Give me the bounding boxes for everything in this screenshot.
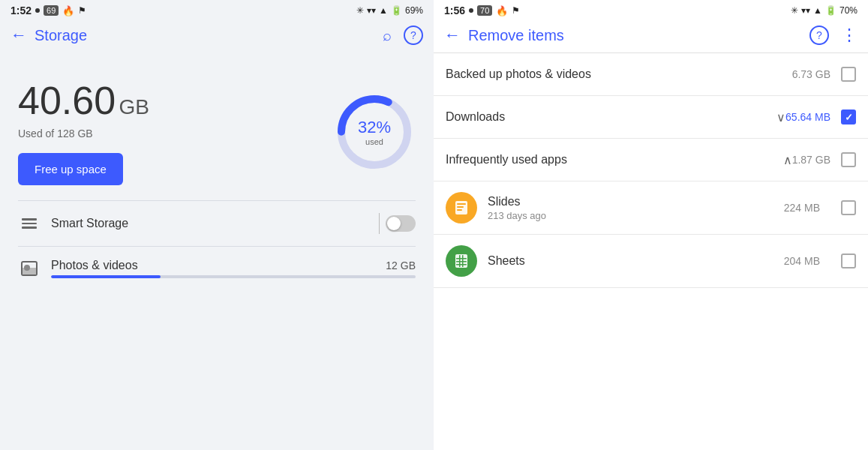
photos-progress: [51, 275, 416, 278]
infrequent-apps-checkbox[interactable]: [841, 152, 856, 167]
left-nav-icons: ⌕ ?: [383, 26, 423, 45]
right-flag-icon: ⚑: [512, 5, 520, 16]
downloads-size: 65.64 MB: [785, 111, 830, 123]
left-status-left: 1:52 69 🔥 ⚑: [11, 4, 86, 16]
photos-progress-fill: [51, 275, 161, 278]
right-flame-icon: 🔥: [496, 5, 508, 16]
right-panel: 1:56 70 🔥 ⚑ ✳ ▾▾ ▲ 🔋 70% ← Remove items …: [434, 0, 868, 450]
downloads-row: Downloads ∨ 65.64 MB: [434, 96, 868, 139]
storage-unit: GB: [119, 95, 149, 118]
photo-icon: [18, 260, 41, 278]
right-battery-icon: 🔋: [825, 5, 836, 16]
donut-used: used: [358, 137, 391, 146]
right-battery-pct: 70%: [839, 5, 857, 16]
donut-chart: 32% used: [333, 91, 416, 173]
smart-storage-toggle[interactable]: [386, 215, 416, 232]
svg-rect-7: [456, 258, 467, 260]
signal-icon: ▲: [379, 5, 388, 16]
left-badge1: 69: [44, 5, 59, 16]
slides-icon: [446, 192, 477, 224]
sheets-info: Sheets: [488, 254, 773, 268]
slides-sub: 213 days ago: [488, 210, 773, 221]
slides-checkbox[interactable]: [841, 200, 856, 215]
right-status-right: ✳ ▾▾ ▲ 🔋 70%: [791, 5, 857, 16]
free-up-space-button[interactable]: Free up space: [18, 153, 123, 185]
right-badge1: 70: [477, 5, 492, 16]
slides-info: Slides 213 days ago: [488, 195, 773, 221]
right-bt-icon: ✳: [791, 5, 798, 16]
downloads-chevron[interactable]: ∨: [776, 110, 785, 124]
svg-rect-5: [457, 209, 462, 211]
storage-hero: 40.60 GB Used of 128 GB Free up space 32…: [18, 70, 416, 200]
left-status-bar: 1:52 69 🔥 ⚑ ✳ ▾▾ ▲ 🔋 69%: [0, 0, 434, 20]
left-help-button[interactable]: ?: [404, 26, 423, 45]
flag-icon: ⚑: [78, 5, 86, 16]
svg-rect-8: [456, 261, 467, 262]
slides-size: 224 MB: [784, 202, 820, 214]
storage-info: 40.60 GB Used of 128 GB Free up space: [18, 78, 149, 185]
svg-rect-4: [457, 206, 464, 208]
photos-videos-row: Photos & videos 12 GB: [18, 247, 416, 290]
left-nav-title: Storage: [35, 27, 383, 44]
photos-info: Photos & videos 12 GB: [51, 259, 416, 278]
left-status-right: ✳ ▾▾ ▲ 🔋 69%: [356, 5, 423, 16]
sheets-checkbox[interactable]: [841, 254, 856, 268]
backed-up-checkbox[interactable]: [841, 67, 856, 82]
donut-label: 32% used: [358, 118, 391, 146]
right-wifi-icon: ▾▾: [801, 5, 810, 16]
right-status-left: 1:56 70 🔥 ⚑: [444, 4, 520, 16]
right-dot1: [469, 8, 473, 13]
storage-amount: 40.60 GB: [18, 78, 149, 123]
right-help-button[interactable]: ?: [809, 26, 829, 45]
slides-name: Slides: [488, 195, 773, 208]
left-top-nav: ← Storage ⌕ ?: [0, 20, 434, 52]
backed-up-size: 6.73 GB: [792, 68, 830, 80]
backed-up-row: Backed up photos & videos 6.73 GB: [434, 53, 868, 96]
svg-rect-3: [457, 203, 466, 205]
right-more-button[interactable]: ⋮: [841, 26, 857, 45]
left-battery-pct: 69%: [405, 5, 423, 16]
infrequent-apps-size: 1.87 GB: [792, 154, 830, 166]
right-content: Backed up photos & videos 6.73 GB Downlo…: [434, 53, 868, 450]
svg-rect-11: [462, 255, 464, 267]
battery-icon: 🔋: [391, 5, 402, 16]
storage-sub: Used of 128 GB: [18, 128, 149, 140]
donut-pct: 32%: [358, 118, 391, 137]
smart-storage-label: Smart Storage: [51, 217, 368, 230]
wifi-icon: ▾▾: [367, 5, 376, 16]
svg-rect-10: [459, 255, 461, 267]
left-dot1: [35, 8, 40, 13]
sheets-row: Sheets 204 MB: [434, 235, 868, 288]
left-back-button[interactable]: ←: [11, 27, 27, 44]
bt-icon: ✳: [356, 5, 364, 16]
toggle-wrap: [379, 213, 416, 234]
downloads-checkbox[interactable]: [841, 110, 856, 124]
svg-rect-9: [456, 264, 467, 266]
infrequent-apps-chevron[interactable]: ∧: [783, 153, 792, 167]
downloads-label: Downloads: [446, 110, 773, 124]
toggle-knob: [387, 217, 401, 230]
photos-size: 12 GB: [386, 260, 416, 272]
backed-up-label: Backed up photos & videos: [446, 68, 792, 81]
right-nav-title: Remove items: [468, 27, 809, 44]
right-top-nav: ← Remove items ? ⋮: [434, 20, 868, 53]
photos-label: Photos & videos: [51, 259, 386, 272]
smart-storage-row: Smart Storage: [18, 201, 416, 246]
right-status-bar: 1:56 70 🔥 ⚑ ✳ ▾▾ ▲ 🔋 70%: [434, 0, 868, 20]
right-signal-icon: ▲: [813, 5, 822, 16]
infrequent-apps-row: Infrequently used apps ∧ 1.87 GB: [434, 139, 868, 182]
hamburger-icon: [18, 214, 41, 232]
left-content: 40.60 GB Used of 128 GB Free up space 32…: [0, 52, 434, 450]
sheets-icon: [446, 245, 477, 277]
left-search-button[interactable]: ⌕: [383, 27, 392, 44]
left-time: 1:52: [11, 4, 32, 16]
right-back-button[interactable]: ←: [444, 27, 461, 44]
infrequent-apps-label: Infrequently used apps: [446, 153, 780, 166]
toggle-divider: [379, 213, 380, 234]
left-panel: 1:52 69 🔥 ⚑ ✳ ▾▾ ▲ 🔋 69% ← Storage ⌕ ? 4…: [0, 0, 434, 450]
flame-icon: 🔥: [62, 5, 74, 16]
sheets-size: 204 MB: [784, 255, 820, 267]
sheets-name: Sheets: [488, 254, 773, 268]
right-nav-icons: ? ⋮: [809, 26, 857, 45]
storage-number: 40.60: [18, 79, 116, 122]
